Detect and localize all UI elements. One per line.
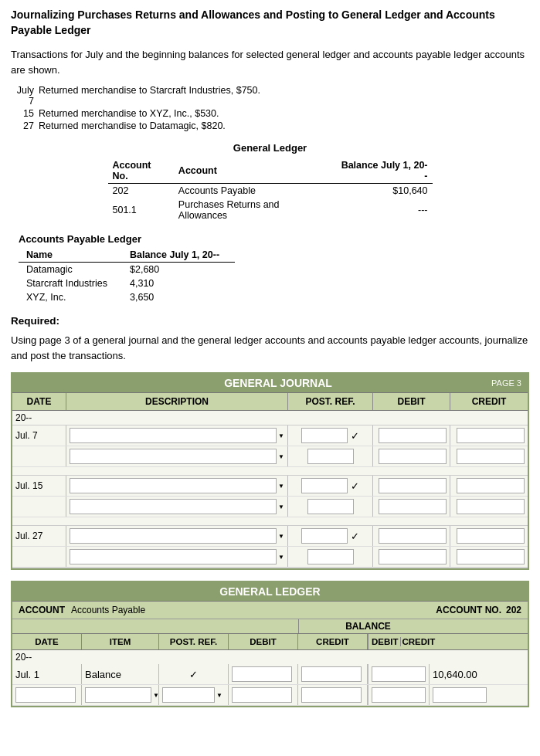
gj-title: GENERAL JOURNAL bbox=[65, 377, 491, 389]
gl2-dropdown-arrow-extra[interactable]: ▼ bbox=[153, 692, 159, 699]
ap-name-2: Starcraft Industries bbox=[19, 276, 122, 290]
gl2-bal-debit-extra[interactable] bbox=[368, 685, 430, 705]
ap-ledger-title: Accounts Payable Ledger bbox=[19, 233, 529, 245]
gj-credit-jul27-2[interactable] bbox=[450, 547, 528, 567]
ap-name-1: Datamagic bbox=[19, 263, 122, 277]
gj-date-jul27: Jul. 27 bbox=[12, 526, 66, 546]
gj-credit-input-jul7-2[interactable] bbox=[457, 449, 525, 464]
gj-credit-jul15-1[interactable] bbox=[450, 476, 528, 496]
gl2-debit-input-jul1[interactable] bbox=[232, 666, 292, 682]
gj-debit-input-jul15-2[interactable] bbox=[379, 499, 447, 514]
gj-postref-input-jul7-2[interactable] bbox=[307, 449, 354, 464]
gj-debit-jul7-1[interactable] bbox=[373, 425, 450, 446]
gj-date-jul27-2 bbox=[12, 547, 66, 567]
gj-desc-jul7-2[interactable]: ▼ bbox=[66, 446, 288, 466]
gl2-bal-credit-input-extra[interactable] bbox=[433, 687, 487, 703]
gl2-postref-extra[interactable]: ▼ bbox=[159, 685, 229, 705]
gl2-debit-jul1[interactable] bbox=[229, 664, 298, 684]
gj-desc-jul7-1[interactable]: ▼ bbox=[66, 425, 288, 446]
gj-postref-jul27-2[interactable] bbox=[288, 547, 373, 567]
general-ledger-section: GENERAL LEDGER ACCOUNT Accounts Payable … bbox=[11, 581, 529, 707]
gj-desc-input-jul27-2[interactable] bbox=[70, 549, 277, 564]
gj-postref-jul27-1[interactable]: ✓ bbox=[288, 526, 373, 546]
gj-postref-jul15-1[interactable]: ✓ bbox=[288, 476, 373, 496]
gl2-date-extra[interactable] bbox=[12, 685, 82, 705]
gj-debit-input-jul7-1[interactable] bbox=[379, 428, 447, 443]
gj-dropdown-arrow-jul7-2[interactable]: ▼ bbox=[278, 453, 284, 460]
gl2-credit-input-extra[interactable] bbox=[301, 687, 362, 703]
gl2-col-headers: DATE ITEM POST. REF. DEBIT CREDIT DEBIT … bbox=[12, 633, 528, 650]
gl-balance-1: $10,640 bbox=[334, 184, 432, 198]
gj-postref-jul7-1[interactable]: ✓ bbox=[288, 425, 373, 446]
gj-dropdown-arrow-jul15-2[interactable]: ▼ bbox=[278, 503, 284, 510]
gl2-item-input-extra[interactable] bbox=[85, 687, 151, 703]
gj-desc-jul15-1[interactable]: ▼ bbox=[66, 476, 288, 496]
gj-credit-jul7-1[interactable] bbox=[450, 425, 528, 446]
gj-credit-jul15-2[interactable] bbox=[450, 497, 528, 517]
gj-postref-input-jul27-2[interactable] bbox=[307, 549, 354, 564]
transaction-row-3: 27 Returned merchandise to Datamagic, $8… bbox=[11, 120, 529, 131]
gl2-debit-extra[interactable] bbox=[229, 685, 298, 705]
gl2-bal-debit-input-jul1[interactable] bbox=[372, 666, 426, 682]
gj-debit-input-jul7-2[interactable] bbox=[379, 449, 447, 464]
gl2-col-bal-debit: DEBIT bbox=[370, 637, 401, 646]
gl2-postref-arrow-extra[interactable]: ▼ bbox=[216, 692, 222, 699]
gj-desc-jul15-2[interactable]: ▼ bbox=[66, 497, 288, 517]
gl2-account-row: ACCOUNT Accounts Payable ACCOUNT NO. 202 bbox=[12, 601, 528, 619]
gl2-bal-credit-extra[interactable] bbox=[430, 685, 490, 705]
gl2-bal-debit-input-extra[interactable] bbox=[372, 687, 426, 703]
gj-dropdown-arrow-jul7-1[interactable]: ▼ bbox=[278, 432, 284, 439]
gj-debit-jul15-2[interactable] bbox=[373, 497, 450, 517]
gl2-bal-debit-jul1[interactable] bbox=[368, 664, 430, 684]
gj-dropdown-arrow-jul27-2[interactable]: ▼ bbox=[278, 554, 284, 561]
gj-desc-input-jul15-1[interactable] bbox=[70, 478, 277, 493]
gj-spacer-2 bbox=[12, 517, 528, 525]
gl2-debit-input-extra[interactable] bbox=[232, 687, 292, 703]
gj-date-jul15: Jul. 15 bbox=[12, 476, 66, 496]
gj-desc-jul27-2[interactable]: ▼ bbox=[66, 547, 288, 567]
gl2-date-input-extra[interactable] bbox=[15, 687, 76, 703]
gl-row-1: 202 Accounts Payable $10,640 bbox=[108, 184, 433, 198]
gj-postref-input-jul15-1[interactable] bbox=[301, 478, 348, 493]
gj-row-jul7-1: Jul. 7 ▼ ✓ bbox=[12, 425, 528, 446]
gj-debit-input-jul15-1[interactable] bbox=[379, 478, 447, 493]
gj-date-jul7: Jul. 7 bbox=[12, 425, 66, 446]
gl2-postref-input-extra[interactable] bbox=[162, 687, 215, 703]
gl2-credit-jul1[interactable] bbox=[298, 664, 368, 684]
gj-postref-jul7-2[interactable] bbox=[288, 446, 373, 466]
gl2-postref-jul1: ✓ bbox=[159, 664, 229, 684]
gj-entry-jul27: Jul. 27 ▼ ✓ bbox=[12, 526, 528, 568]
gj-desc-input-jul7-2[interactable] bbox=[70, 449, 277, 464]
gl2-item-extra[interactable]: ▼ bbox=[82, 685, 159, 705]
gj-postref-jul15-2[interactable] bbox=[288, 497, 373, 517]
gj-credit-input-jul27-1[interactable] bbox=[457, 528, 525, 544]
gj-debit-input-jul27-2[interactable] bbox=[379, 549, 447, 564]
gj-postref-input-jul15-2[interactable] bbox=[307, 499, 354, 514]
gj-desc-input-jul27-1[interactable] bbox=[70, 528, 277, 544]
gj-desc-input-jul15-2[interactable] bbox=[70, 499, 277, 514]
gj-desc-input-jul7-1[interactable] bbox=[70, 428, 277, 443]
gj-credit-input-jul27-2[interactable] bbox=[457, 549, 525, 564]
gj-dropdown-arrow-jul27-1[interactable]: ▼ bbox=[278, 533, 284, 540]
gj-credit-jul7-2[interactable] bbox=[450, 446, 528, 466]
gj-postref-input-jul7-1[interactable] bbox=[301, 428, 348, 443]
gj-debit-jul27-2[interactable] bbox=[373, 547, 450, 567]
gj-credit-jul27-1[interactable] bbox=[450, 526, 528, 546]
ap-balance-2: 4,310 bbox=[122, 276, 235, 290]
gj-desc-jul27-1[interactable]: ▼ bbox=[66, 526, 288, 546]
gj-postref-input-jul27-1[interactable] bbox=[301, 528, 348, 544]
gl2-credit-extra[interactable] bbox=[298, 685, 368, 705]
gl-acctno-2: 501.1 bbox=[108, 198, 174, 222]
gj-debit-jul27-1[interactable] bbox=[373, 526, 450, 546]
gl2-col-bal-credit: CREDIT bbox=[401, 637, 437, 646]
gj-dropdown-arrow-jul15-1[interactable]: ▼ bbox=[278, 483, 284, 490]
gj-credit-input-jul15-2[interactable] bbox=[457, 499, 525, 514]
tx-date-2: 15 bbox=[11, 108, 34, 119]
gj-credit-input-jul15-1[interactable] bbox=[457, 478, 525, 493]
gl-section-title: General Ledger bbox=[11, 142, 529, 154]
gj-credit-input-jul7-1[interactable] bbox=[457, 428, 525, 443]
gj-debit-jul7-2[interactable] bbox=[373, 446, 450, 466]
gl2-credit-input-jul1[interactable] bbox=[301, 666, 362, 682]
gj-debit-jul15-1[interactable] bbox=[373, 476, 450, 496]
gj-debit-input-jul27-1[interactable] bbox=[379, 528, 447, 544]
